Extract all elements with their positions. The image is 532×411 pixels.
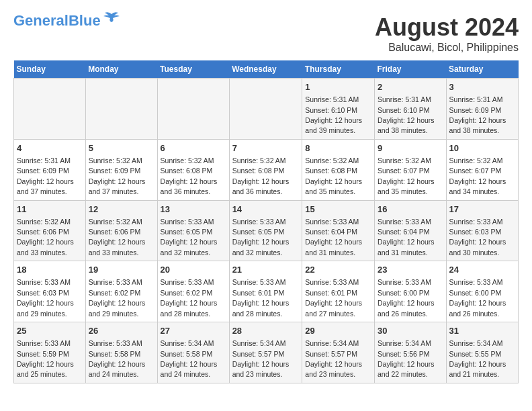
- day-number: 25: [17, 325, 83, 337]
- day-number: 24: [449, 264, 515, 276]
- calendar-body: 1Sunrise: 5:31 AM Sunset: 6:10 PM Daylig…: [14, 79, 519, 383]
- calendar-cell: 17Sunrise: 5:33 AM Sunset: 6:03 PM Dayli…: [446, 200, 518, 261]
- calendar-table: SundayMondayTuesdayWednesdayThursdayFrid…: [13, 60, 519, 383]
- day-info: Sunrise: 5:33 AM Sunset: 6:03 PM Dayligh…: [449, 218, 506, 257]
- title-block: August 2024 Balucawi, Bicol, Philippines: [375, 13, 519, 54]
- calendar-cell: [157, 79, 229, 140]
- calendar-cell: 1Sunrise: 5:31 AM Sunset: 6:10 PM Daylig…: [302, 79, 375, 140]
- day-number: 28: [232, 325, 300, 337]
- calendar-week-row: 4Sunrise: 5:31 AM Sunset: 6:09 PM Daylig…: [14, 139, 519, 200]
- logo-text: GeneralBlue: [13, 13, 101, 28]
- calendar-cell: 8Sunrise: 5:32 AM Sunset: 6:08 PM Daylig…: [302, 139, 375, 200]
- day-number: 18: [17, 264, 83, 276]
- day-number: 11: [17, 203, 83, 216]
- day-number: 10: [449, 142, 515, 154]
- calendar-week-row: 18Sunrise: 5:33 AM Sunset: 6:03 PM Dayli…: [14, 261, 519, 322]
- day-number: 12: [89, 203, 154, 216]
- logo: GeneralBlue: [13, 13, 121, 28]
- day-number: 23: [378, 264, 443, 276]
- calendar-cell: 12Sunrise: 5:32 AM Sunset: 6:06 PM Dayli…: [85, 200, 157, 261]
- calendar-cell: 11Sunrise: 5:32 AM Sunset: 6:06 PM Dayli…: [14, 200, 86, 261]
- day-number: 31: [449, 325, 515, 337]
- day-info: Sunrise: 5:34 AM Sunset: 5:56 PM Dayligh…: [378, 339, 435, 378]
- day-info: Sunrise: 5:34 AM Sunset: 5:58 PM Dayligh…: [161, 339, 218, 378]
- day-info: Sunrise: 5:34 AM Sunset: 5:55 PM Dayligh…: [449, 339, 506, 378]
- day-number: 9: [378, 142, 443, 154]
- page-title: August 2024: [375, 13, 519, 42]
- calendar-cell: 2Sunrise: 5:31 AM Sunset: 6:10 PM Daylig…: [374, 79, 446, 140]
- calendar-cell: 6Sunrise: 5:32 AM Sunset: 6:08 PM Daylig…: [157, 139, 229, 200]
- calendar-cell: 27Sunrise: 5:34 AM Sunset: 5:58 PM Dayli…: [157, 322, 229, 383]
- calendar-cell: 18Sunrise: 5:33 AM Sunset: 6:03 PM Dayli…: [14, 261, 86, 322]
- weekday-header-monday: Monday: [85, 60, 157, 79]
- day-info: Sunrise: 5:31 AM Sunset: 6:10 PM Dayligh…: [378, 95, 435, 134]
- day-info: Sunrise: 5:33 AM Sunset: 6:05 PM Dayligh…: [232, 218, 290, 257]
- day-info: Sunrise: 5:33 AM Sunset: 6:02 PM Dayligh…: [89, 278, 146, 317]
- day-number: 13: [161, 203, 226, 216]
- day-info: Sunrise: 5:32 AM Sunset: 6:07 PM Dayligh…: [378, 156, 435, 195]
- calendar-cell: 26Sunrise: 5:33 AM Sunset: 5:58 PM Dayli…: [85, 322, 157, 383]
- calendar-cell: 19Sunrise: 5:33 AM Sunset: 6:02 PM Dayli…: [85, 261, 157, 322]
- day-info: Sunrise: 5:33 AM Sunset: 6:00 PM Dayligh…: [449, 278, 506, 317]
- day-info: Sunrise: 5:32 AM Sunset: 6:06 PM Dayligh…: [89, 218, 146, 257]
- day-info: Sunrise: 5:31 AM Sunset: 6:10 PM Dayligh…: [305, 95, 362, 134]
- day-info: Sunrise: 5:33 AM Sunset: 6:05 PM Dayligh…: [161, 218, 218, 257]
- page-subtitle: Balucawi, Bicol, Philippines: [375, 42, 519, 54]
- calendar-cell: 14Sunrise: 5:33 AM Sunset: 6:05 PM Dayli…: [229, 200, 302, 261]
- day-info: Sunrise: 5:34 AM Sunset: 5:57 PM Dayligh…: [232, 339, 290, 378]
- calendar-cell: 25Sunrise: 5:33 AM Sunset: 5:59 PM Dayli…: [14, 322, 86, 383]
- calendar-cell: 3Sunrise: 5:31 AM Sunset: 6:09 PM Daylig…: [446, 79, 518, 140]
- day-number: 14: [232, 203, 300, 216]
- day-info: Sunrise: 5:33 AM Sunset: 6:02 PM Dayligh…: [161, 278, 218, 317]
- day-info: Sunrise: 5:33 AM Sunset: 6:01 PM Dayligh…: [232, 278, 290, 317]
- calendar-cell: 5Sunrise: 5:32 AM Sunset: 6:09 PM Daylig…: [85, 139, 157, 200]
- day-number: 29: [305, 325, 371, 337]
- day-number: 4: [17, 142, 83, 154]
- day-info: Sunrise: 5:32 AM Sunset: 6:08 PM Dayligh…: [305, 156, 362, 195]
- calendar-cell: 10Sunrise: 5:32 AM Sunset: 6:07 PM Dayli…: [446, 139, 518, 200]
- day-number: 6: [161, 142, 226, 154]
- day-number: 16: [378, 203, 443, 216]
- day-number: 30: [378, 325, 443, 337]
- day-info: Sunrise: 5:32 AM Sunset: 6:09 PM Dayligh…: [89, 156, 146, 195]
- day-info: Sunrise: 5:32 AM Sunset: 6:08 PM Dayligh…: [161, 156, 218, 195]
- day-info: Sunrise: 5:33 AM Sunset: 6:01 PM Dayligh…: [305, 278, 362, 317]
- calendar-cell: [14, 79, 86, 140]
- calendar-cell: 28Sunrise: 5:34 AM Sunset: 5:57 PM Dayli…: [229, 322, 302, 383]
- calendar-cell: 13Sunrise: 5:33 AM Sunset: 6:05 PM Dayli…: [157, 200, 229, 261]
- page-header: GeneralBlue August 2024 Balucawi, Bicol,…: [13, 13, 519, 54]
- day-info: Sunrise: 5:31 AM Sunset: 6:09 PM Dayligh…: [449, 95, 506, 134]
- day-info: Sunrise: 5:32 AM Sunset: 6:07 PM Dayligh…: [449, 156, 506, 195]
- day-number: 26: [89, 325, 154, 337]
- day-info: Sunrise: 5:32 AM Sunset: 6:06 PM Dayligh…: [17, 218, 74, 257]
- calendar-cell: 20Sunrise: 5:33 AM Sunset: 6:02 PM Dayli…: [157, 261, 229, 322]
- day-info: Sunrise: 5:32 AM Sunset: 6:08 PM Dayligh…: [232, 156, 290, 195]
- day-number: 3: [449, 81, 515, 93]
- day-number: 21: [232, 264, 300, 276]
- day-number: 22: [305, 264, 371, 276]
- day-number: 7: [232, 142, 300, 154]
- calendar-cell: 22Sunrise: 5:33 AM Sunset: 6:01 PM Dayli…: [302, 261, 375, 322]
- day-info: Sunrise: 5:33 AM Sunset: 6:04 PM Dayligh…: [305, 218, 362, 257]
- calendar-cell: 30Sunrise: 5:34 AM Sunset: 5:56 PM Dayli…: [374, 322, 446, 383]
- weekday-header-wednesday: Wednesday: [229, 60, 302, 79]
- day-number: 1: [305, 81, 371, 93]
- day-info: Sunrise: 5:33 AM Sunset: 6:04 PM Dayligh…: [378, 218, 435, 257]
- day-number: 19: [89, 264, 154, 276]
- calendar-week-row: 1Sunrise: 5:31 AM Sunset: 6:10 PM Daylig…: [14, 79, 519, 140]
- weekday-header-row: SundayMondayTuesdayWednesdayThursdayFrid…: [14, 60, 519, 79]
- weekday-header-thursday: Thursday: [302, 60, 375, 79]
- logo-bird-icon: [102, 11, 121, 25]
- calendar-cell: 23Sunrise: 5:33 AM Sunset: 6:00 PM Dayli…: [374, 261, 446, 322]
- calendar-cell: 31Sunrise: 5:34 AM Sunset: 5:55 PM Dayli…: [446, 322, 518, 383]
- day-number: 5: [89, 142, 154, 154]
- calendar-cell: 16Sunrise: 5:33 AM Sunset: 6:04 PM Dayli…: [374, 200, 446, 261]
- day-info: Sunrise: 5:33 AM Sunset: 5:58 PM Dayligh…: [89, 339, 146, 378]
- calendar-header: SundayMondayTuesdayWednesdayThursdayFrid…: [14, 60, 519, 79]
- day-number: 2: [378, 81, 443, 93]
- calendar-cell: [85, 79, 157, 140]
- day-number: 15: [305, 203, 371, 216]
- weekday-header-sunday: Sunday: [14, 60, 86, 79]
- calendar-cell: 7Sunrise: 5:32 AM Sunset: 6:08 PM Daylig…: [229, 139, 302, 200]
- calendar-week-row: 25Sunrise: 5:33 AM Sunset: 5:59 PM Dayli…: [14, 322, 519, 383]
